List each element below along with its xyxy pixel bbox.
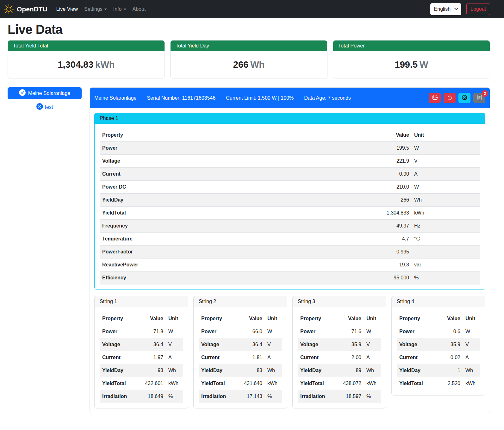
value-cell: 0.6 <box>434 325 463 338</box>
value-cell: 2.00 <box>335 351 364 364</box>
table-row: YieldTotal 438.072 kWh <box>298 377 381 390</box>
event-log-button[interactable]: 2 <box>473 93 485 103</box>
property-cell: Irradiation <box>199 390 236 403</box>
unit-cell: A <box>166 351 183 364</box>
column-unit: Unit <box>463 312 480 325</box>
column-property: Property <box>298 312 335 325</box>
card-value-wrap: 266Wh <box>171 51 327 78</box>
value-cell: 17.143 <box>236 390 265 403</box>
value-cell: 0.90 <box>374 168 412 181</box>
value-cell: 95.000 <box>374 271 412 284</box>
unit-cell: % <box>412 271 480 284</box>
table-row: Power DC 210.0 W <box>100 181 480 194</box>
value-cell: 199.5 <box>374 142 412 155</box>
property-cell: Power <box>298 325 335 338</box>
inverter-item-test[interactable]: test <box>8 103 82 111</box>
value-cell: 36.4 <box>137 338 166 351</box>
property-cell: Power <box>397 325 434 338</box>
table-row: YieldDay 93 Wh <box>100 364 183 377</box>
event-count-badge: 2 <box>482 90 488 97</box>
card-unit: kWh <box>95 59 115 70</box>
nav-item-live-view[interactable]: Live View <box>53 4 81 15</box>
property-cell: Frequency <box>100 220 374 233</box>
card-value: 266 <box>233 59 248 70</box>
column-property: Property <box>100 312 137 325</box>
table-row: Current 1.97 A <box>100 351 183 364</box>
inverter-selected-label: Meine Solaranlage <box>28 90 70 96</box>
inverter-data-age: Data Age: 7 seconds <box>304 95 351 101</box>
property-cell: Voltage <box>397 338 434 351</box>
column-value: Value <box>434 312 463 325</box>
page-title: Live Data <box>8 22 490 37</box>
unit-cell: var <box>412 259 480 271</box>
value-cell: 93 <box>137 364 166 377</box>
value-cell: 0.02 <box>434 351 463 364</box>
value-cell: 1.81 <box>236 351 265 364</box>
table-row: ReactivePower 19.3 var <box>100 259 480 271</box>
table-row: Voltage 36.4 V <box>100 338 183 351</box>
device-info-button[interactable] <box>458 93 470 103</box>
limit-settings-button[interactable] <box>429 93 441 103</box>
column-value: Value <box>335 312 364 325</box>
unit-cell: Wh <box>364 364 381 377</box>
value-cell: 49.97 <box>374 220 412 233</box>
table-row: YieldTotal 1,304.833 kWh <box>100 207 480 220</box>
property-cell: Power <box>100 142 374 155</box>
power-button[interactable] <box>444 93 456 103</box>
value-cell: 210.0 <box>374 181 412 194</box>
string-1-body: Property Value Unit Power <box>95 307 188 408</box>
nav-item-info[interactable]: Info <box>110 4 129 15</box>
string-4-table: Property Value Unit Power <box>397 312 480 390</box>
string-4-body: Property Value Unit Power <box>392 307 485 395</box>
property-cell: YieldDay <box>397 364 434 377</box>
phase-1-table: Property Value Unit Power <box>100 129 480 284</box>
value-cell: 35.9 <box>434 338 463 351</box>
table-row: Power 199.5 W <box>100 142 480 155</box>
unit-cell: Hz <box>412 220 480 233</box>
value-cell: 18.649 <box>137 390 166 403</box>
nav-item-about[interactable]: About <box>129 4 149 15</box>
journal-text-icon <box>477 95 482 101</box>
property-cell: YieldDay <box>100 364 137 377</box>
nav-item-settings[interactable]: Settings <box>81 4 110 15</box>
property-cell: YieldTotal <box>100 377 137 390</box>
unit-cell: W <box>412 142 480 155</box>
value-cell: 1.97 <box>137 351 166 364</box>
table-row: YieldTotal 432.601 kWh <box>100 377 183 390</box>
chevron-down-icon <box>124 9 126 10</box>
unit-cell: W <box>265 325 282 338</box>
table-row: Irradiation 17.143 % <box>199 390 282 403</box>
brand-link[interactable]: OpenDTU <box>4 4 47 14</box>
property-cell: Irradiation <box>298 390 335 403</box>
property-cell: Voltage <box>100 338 137 351</box>
language-select[interactable]: English <box>430 3 461 15</box>
table-row: Voltage 221.9 V <box>100 155 480 168</box>
column-property: Property <box>100 129 374 142</box>
unit-cell: W <box>364 325 381 338</box>
property-cell: ReactivePower <box>100 259 374 271</box>
value-cell: 19.3 <box>374 259 412 271</box>
language-value: English <box>434 6 451 12</box>
property-cell: Current <box>100 351 137 364</box>
inverter-selected-button[interactable]: Meine Solaranlage <box>8 87 82 99</box>
string-3-card: String 3 Property Value Unit <box>292 296 386 408</box>
table-row: Voltage 35.9 V <box>397 338 480 351</box>
page-content: Live Data Total Yield Total 1,304.83kWh … <box>0 18 504 420</box>
string-1-table: Property Value Unit Power <box>100 312 183 403</box>
string-2-table: Property Value Unit Power <box>199 312 282 403</box>
table-row: YieldDay 89 Wh <box>298 364 381 377</box>
value-cell: 71.8 <box>137 325 166 338</box>
property-cell: Power <box>100 325 137 338</box>
string-1-card: String 1 Property Value Unit <box>94 296 188 408</box>
value-cell: 83 <box>236 364 265 377</box>
property-cell: Voltage <box>199 338 236 351</box>
value-cell: 221.9 <box>374 155 412 168</box>
table-row: PowerFactor 0.995 <box>100 246 480 259</box>
logout-button[interactable]: Logout <box>466 3 490 15</box>
property-cell: Voltage <box>298 338 335 351</box>
nav-links: Live View Settings Info About <box>53 4 149 15</box>
value-cell: 266 <box>374 194 412 207</box>
value-cell: 2.520 <box>434 377 463 390</box>
table-row: Power 0.6 W <box>397 325 480 338</box>
string-1-title: String 1 <box>95 296 188 307</box>
